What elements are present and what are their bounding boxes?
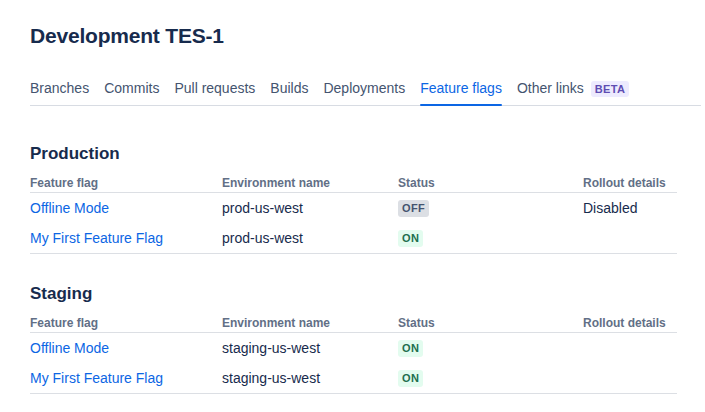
feature-flag-link[interactable]: Offline Mode — [30, 340, 109, 356]
section-heading-staging: Staging — [30, 283, 677, 304]
column-header-rollout-details: Rollout details — [583, 176, 677, 191]
tab-pull-requests[interactable]: Pull requests — [174, 80, 255, 105]
page-title: Development TES-1 — [30, 23, 677, 49]
table-body: Offline Mode prod-us-west OFF Disabled M… — [30, 193, 677, 253]
feature-flags-panel: Development TES-1 Branches Commits Pull … — [0, 23, 705, 394]
column-header-environment-name: Environment name — [222, 316, 398, 331]
feature-flag-link[interactable]: Offline Mode — [30, 200, 109, 216]
tab-deployments[interactable]: Deployments — [323, 80, 405, 105]
column-header-environment-name: Environment name — [222, 176, 398, 191]
column-header-status: Status — [398, 316, 583, 331]
production-flags-table: Feature flag Environment name Status Rol… — [30, 176, 677, 254]
column-header-feature-flag: Feature flag — [30, 316, 222, 331]
environment-name-cell: prod-us-west — [222, 230, 398, 246]
section-heading-production: Production — [30, 143, 677, 164]
tab-other-links[interactable]: Other links BETA — [517, 80, 629, 105]
column-header-rollout-details: Rollout details — [583, 316, 677, 331]
environment-name-cell: staging-us-west — [222, 340, 398, 356]
tab-commits[interactable]: Commits — [104, 80, 159, 105]
status-badge-on: ON — [398, 230, 423, 247]
table-header-row: Feature flag Environment name Status Rol… — [30, 176, 677, 193]
tab-feature-flags[interactable]: Feature flags — [420, 80, 502, 105]
tab-bar: Branches Commits Pull requests Builds De… — [30, 80, 701, 106]
feature-flag-link[interactable]: My First Feature Flag — [30, 230, 163, 246]
rollout-details-cell: Disabled — [583, 200, 677, 216]
feature-flag-link[interactable]: My First Feature Flag — [30, 370, 163, 386]
table-row: My First Feature Flag prod-us-west ON — [30, 223, 677, 253]
column-header-feature-flag: Feature flag — [30, 176, 222, 191]
column-header-status: Status — [398, 176, 583, 191]
table-row: Offline Mode staging-us-west ON — [30, 333, 677, 363]
tab-builds[interactable]: Builds — [270, 80, 308, 105]
environment-name-cell: prod-us-west — [222, 200, 398, 216]
status-badge-on: ON — [398, 370, 423, 387]
status-badge-on: ON — [398, 340, 423, 357]
staging-flags-table: Feature flag Environment name Status Rol… — [30, 316, 677, 394]
status-badge-off: OFF — [398, 200, 429, 217]
tab-branches[interactable]: Branches — [30, 80, 89, 105]
environment-name-cell: staging-us-west — [222, 370, 398, 386]
table-header-row: Feature flag Environment name Status Rol… — [30, 316, 677, 333]
section-production: Production Feature flag Environment name… — [30, 143, 677, 254]
table-row: Offline Mode prod-us-west OFF Disabled — [30, 193, 677, 223]
table-row: My First Feature Flag staging-us-west ON — [30, 363, 677, 393]
beta-badge: BETA — [591, 81, 629, 97]
tab-other-links-label: Other links — [517, 80, 584, 97]
section-staging: Staging Feature flag Environment name St… — [30, 283, 677, 394]
table-body: Offline Mode staging-us-west ON My First… — [30, 333, 677, 393]
